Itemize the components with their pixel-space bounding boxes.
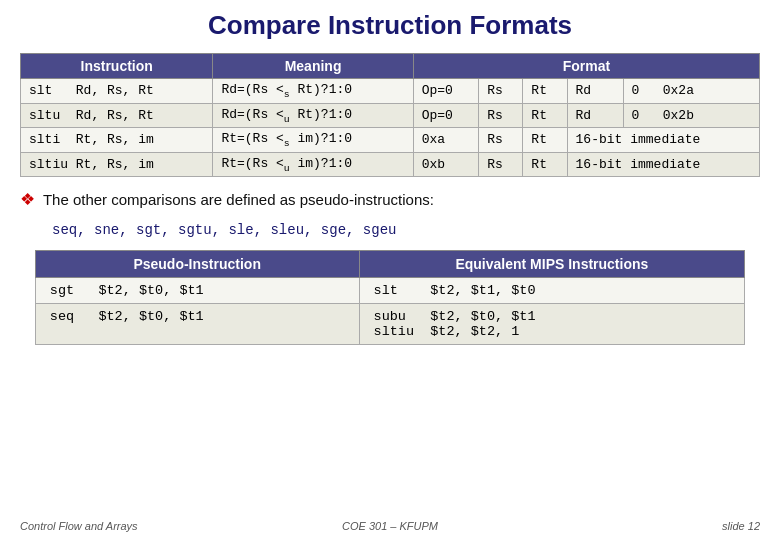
cell-pseudo: sgt $t2, $t0, $t1	[35, 278, 359, 304]
cell-rs: Rs	[479, 152, 523, 177]
cell-instruction: sltiu Rt, Rs, im	[21, 152, 213, 177]
cell-rt: Rt	[523, 103, 567, 128]
cell-imm: 16-bit immediate	[567, 128, 759, 153]
upper-header-format: Format	[413, 54, 759, 79]
cell-meaning: Rd=(Rs <s Rt)?1:0	[213, 79, 413, 104]
footer-left: Control Flow and Arrays	[20, 520, 267, 532]
cell-rs: Rs	[479, 128, 523, 153]
cell-instruction: slti Rt, Rs, im	[21, 128, 213, 153]
cell-equiv: slt $t2, $t1, $t0	[359, 278, 745, 304]
cell-op: Op=0	[413, 79, 478, 104]
cell-meaning: Rt=(Rs <u im)?1:0	[213, 152, 413, 177]
table-row: seq $t2, $t0, $t1 subu $t2, $t0, $t1 slt…	[35, 304, 744, 345]
table-row: sltiu Rt, Rs, im Rt=(Rs <u im)?1:0 0xb R…	[21, 152, 760, 177]
upper-table: Instruction Meaning Format slt Rd, Rs, R…	[20, 53, 760, 177]
cell-meaning: Rt=(Rs <s im)?1:0	[213, 128, 413, 153]
cell-op: 0xb	[413, 152, 478, 177]
table-row: sgt $t2, $t0, $t1 slt $t2, $t1, $t0	[35, 278, 744, 304]
cell-op: 0xa	[413, 128, 478, 153]
lower-table: Pseudo-Instruction Equivalent MIPS Instr…	[35, 250, 745, 345]
lower-header-equiv: Equivalent MIPS Instructions	[359, 251, 745, 278]
cell-rt: Rt	[523, 128, 567, 153]
page-title: Compare Instruction Formats	[20, 10, 760, 41]
cell-instruction: slt Rd, Rs, Rt	[21, 79, 213, 104]
cell-zero: 0 0x2b	[623, 103, 759, 128]
table-row: slti Rt, Rs, im Rt=(Rs <s im)?1:0 0xa Rs…	[21, 128, 760, 153]
bullet-text: The other comparisons are defined as pse…	[43, 191, 434, 208]
cell-imm: 16-bit immediate	[567, 152, 759, 177]
table-row: sltu Rd, Rs, Rt Rd=(Rs <u Rt)?1:0 Op=0 R…	[21, 103, 760, 128]
footer: Control Flow and Arrays COE 301 – KFUPM …	[20, 516, 760, 532]
table-row: slt Rd, Rs, Rt Rd=(Rs <s Rt)?1:0 Op=0 Rs…	[21, 79, 760, 104]
upper-header-instruction: Instruction	[21, 54, 213, 79]
upper-header-meaning: Meaning	[213, 54, 413, 79]
cell-rt: Rt	[523, 79, 567, 104]
cell-rs: Rs	[479, 79, 523, 104]
footer-right: slide 12	[513, 520, 760, 532]
cell-equiv: subu $t2, $t0, $t1 sltiu $t2, $t2, 1	[359, 304, 745, 345]
page: Compare Instruction Formats Instruction …	[0, 0, 780, 540]
cell-op: Op=0	[413, 103, 478, 128]
cell-rd: Rd	[567, 79, 623, 104]
bullet-section: ❖ The other comparisons are defined as p…	[20, 189, 760, 210]
cell-meaning: Rd=(Rs <u Rt)?1:0	[213, 103, 413, 128]
bullet-icon: ❖	[20, 190, 35, 209]
cell-pseudo: seq $t2, $t0, $t1	[35, 304, 359, 345]
cell-rt: Rt	[523, 152, 567, 177]
lower-header-pseudo: Pseudo-Instruction	[35, 251, 359, 278]
footer-center: COE 301 – KFUPM	[267, 520, 514, 532]
pseudo-instruction-list: seq, sne, sgt, sgtu, sle, sleu, sge, sge…	[52, 222, 760, 238]
cell-rd: Rd	[567, 103, 623, 128]
cell-rs: Rs	[479, 103, 523, 128]
cell-instruction: sltu Rd, Rs, Rt	[21, 103, 213, 128]
cell-zero: 0 0x2a	[623, 79, 759, 104]
